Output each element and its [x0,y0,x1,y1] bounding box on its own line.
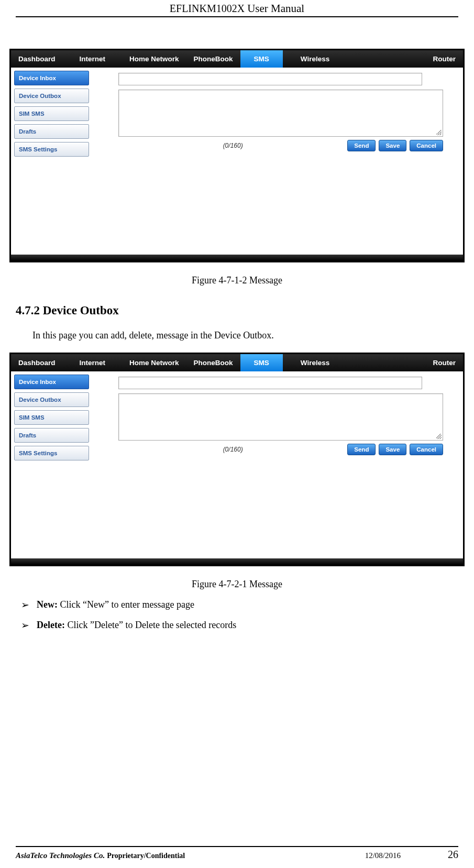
recipient-input[interactable] [118,73,422,85]
bullet-new: ➢ New: Click “New” to enter message page [21,599,458,611]
sidebar-device-inbox[interactable]: Device Inbox [14,71,89,85]
bullet-list: ➢ New: Click “New” to enter message page… [21,599,458,632]
nav-sms-active[interactable]: SMS [240,354,283,371]
send-button[interactable]: Send [347,140,376,151]
doc-label: User Manual [247,2,304,15]
sidebar-drafts[interactable]: Drafts [14,428,89,443]
message-textarea[interactable] [118,90,443,137]
nav-home-network[interactable]: Home Network [122,354,186,371]
compose-panel: (0/160) Send Save Cancel [92,68,463,255]
send-button[interactable]: Send [347,444,376,455]
footer-confidential: Proprietary/Confidential [107,852,185,860]
resize-handle-icon[interactable] [436,130,442,135]
nav-phonebook[interactable]: PhoneBook [186,50,240,68]
top-nav: Dashboard Internet Home Network PhoneBoo… [11,50,463,68]
cancel-button[interactable]: Cancel [410,444,443,455]
bullet-new-label: New: [37,599,58,610]
nav-sms-active[interactable]: SMS [240,50,283,68]
bullet-delete-label: Delete: [37,620,65,630]
nav-phonebook[interactable]: PhoneBook [186,354,240,371]
cancel-button[interactable]: Cancel [410,140,443,151]
message-textarea[interactable] [118,393,443,441]
nav-router[interactable]: Router [426,354,464,371]
bottom-bar [11,558,463,565]
save-button[interactable]: Save [379,444,406,455]
recipient-input[interactable] [118,377,422,389]
sidebar-drafts[interactable]: Drafts [14,124,89,139]
top-nav: Dashboard Internet Home Network PhoneBoo… [11,354,463,371]
nav-dashboard[interactable]: Dashboard [11,354,63,371]
footer-page-number: 26 [448,849,458,861]
bullet-delete: ➢ Delete: Click ”Delete” to Delete the s… [21,620,458,632]
bottom-bar [11,255,463,261]
sidebar-sms-settings[interactable]: SMS Settings [14,446,89,460]
resize-handle-icon[interactable] [436,434,442,439]
sidebar-device-outbox[interactable]: Device Outbox [14,392,89,407]
sms-sidebar: Device Inbox Device Outbox SIM SMS Draft… [11,371,92,558]
nav-internet[interactable]: Internet [72,50,113,68]
nav-home-network[interactable]: Home Network [122,50,186,68]
sidebar-sim-sms[interactable]: SIM SMS [14,106,89,121]
page-footer: AsiaTelco Technologies Co. Proprietary/C… [16,846,458,861]
char-counter: (0/160) [118,142,347,149]
bullet-arrow-icon: ➢ [21,620,37,632]
bullet-new-text: Click “New” to enter message page [58,599,194,610]
screenshot-sms-compose-2: Dashboard Internet Home Network PhoneBoo… [9,353,465,566]
bullet-arrow-icon: ➢ [21,599,37,611]
sidebar-device-outbox[interactable]: Device Outbox [14,89,89,103]
section-intro: In this page you can add, delete, messag… [32,330,458,341]
footer-date: 12/08/2016 [365,851,401,860]
nav-router[interactable]: Router [426,50,464,68]
figure-caption-2: Figure 4-7-2-1 Message [16,579,458,590]
bullet-delete-text: Click ”Delete” to Delete the selected re… [65,620,236,630]
nav-dashboard[interactable]: Dashboard [11,50,63,68]
section-heading: 4.7.2 Device Outbox [16,304,458,317]
sidebar-sms-settings[interactable]: SMS Settings [14,142,89,157]
product-name: EFLINKM1002X [170,3,245,14]
sms-sidebar: Device Inbox Device Outbox SIM SMS Draft… [11,68,92,255]
page-header: EFLINKM1002X User Manual [16,0,458,17]
nav-internet[interactable]: Internet [72,354,113,371]
figure-caption-1: Figure 4-7-1-2 Message [16,275,458,286]
nav-wireless[interactable]: Wireless [293,50,337,68]
char-counter: (0/160) [118,446,347,453]
screenshot-sms-compose-1: Dashboard Internet Home Network PhoneBoo… [9,49,465,262]
footer-company: AsiaTelco Technologies Co. [16,851,105,860]
nav-wireless[interactable]: Wireless [293,354,337,371]
sidebar-sim-sms[interactable]: SIM SMS [14,410,89,425]
compose-panel: (0/160) Send Save Cancel [92,371,463,558]
sidebar-device-inbox[interactable]: Device Inbox [14,375,89,389]
save-button[interactable]: Save [379,140,406,151]
